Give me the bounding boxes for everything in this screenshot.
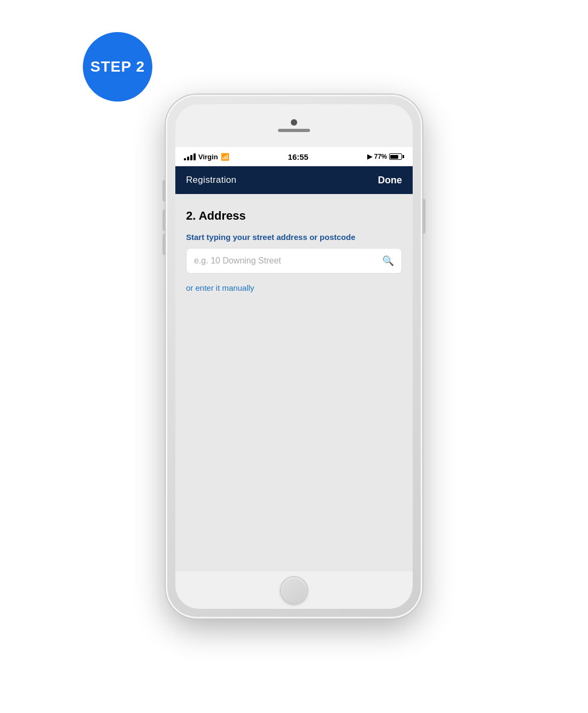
battery-percent: 77% — [374, 153, 387, 160]
phone-bottom-bezel — [175, 571, 413, 609]
step-badge-text: STEP 2 — [90, 58, 145, 76]
address-search-placeholder: e.g. 10 Downing Street — [194, 256, 382, 266]
speaker-bar — [278, 129, 310, 132]
manual-entry-link[interactable]: or enter it manually — [186, 283, 254, 292]
nav-title: Registration — [186, 175, 236, 185]
status-left: Virgin 📶 — [184, 153, 229, 161]
signal-bar-2 — [187, 157, 189, 160]
status-right: ▶ 77% — [367, 153, 404, 160]
content-area: 2. Address Start typing your street addr… — [175, 194, 413, 571]
address-search-wrapper[interactable]: e.g. 10 Downing Street 🔍 — [186, 248, 402, 274]
carrier-name: Virgin — [198, 153, 218, 161]
home-button[interactable] — [280, 576, 308, 604]
phone-frame: Virgin 📶 16:55 ▶ 77% Registration Done — [166, 95, 422, 618]
battery-body — [389, 153, 402, 160]
location-icon: ▶ — [367, 153, 372, 160]
signal-bar-4 — [194, 153, 196, 160]
status-bar: Virgin 📶 16:55 ▶ 77% — [175, 147, 413, 166]
field-label: Start typing your street address or post… — [186, 232, 402, 242]
signal-bar-1 — [184, 158, 186, 160]
done-button[interactable]: Done — [378, 175, 402, 186]
camera-dot — [291, 119, 297, 126]
nav-bar: Registration Done — [175, 166, 413, 194]
phone-top-bezel — [175, 104, 413, 147]
signal-bar-3 — [190, 155, 192, 160]
section-title: 2. Address — [186, 209, 402, 223]
signal-bars-icon — [184, 153, 196, 160]
battery-tip — [403, 155, 404, 158]
search-icon: 🔍 — [382, 255, 394, 267]
status-time: 16:55 — [288, 152, 308, 161]
step-badge: STEP 2 — [83, 32, 152, 102]
wifi-icon: 📶 — [221, 153, 229, 161]
battery-fill — [390, 155, 398, 159]
phone-screen: Virgin 📶 16:55 ▶ 77% Registration Done — [175, 104, 413, 609]
battery-icon — [389, 153, 404, 160]
